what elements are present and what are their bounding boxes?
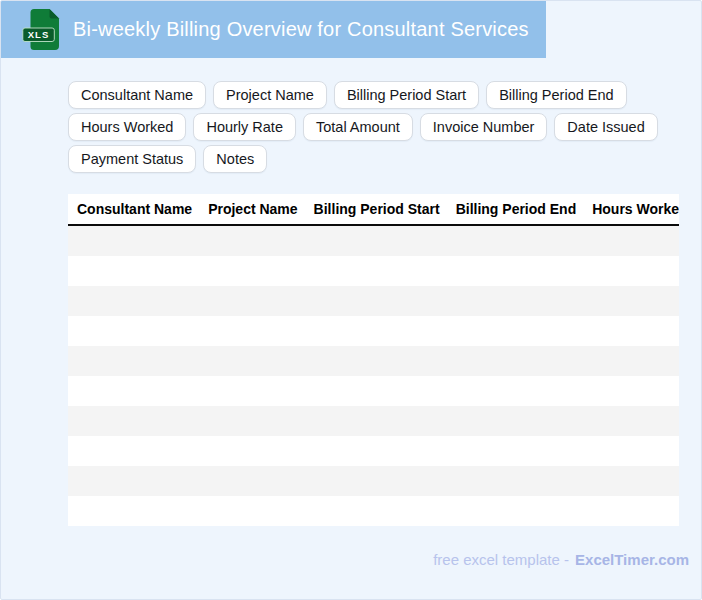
field-chip[interactable]: Total Amount [303, 113, 413, 141]
field-chip[interactable]: Payment Status [68, 145, 196, 173]
billing-table: Consultant NameProject NameBilling Perio… [68, 194, 679, 526]
xls-icon-label: XLS [28, 29, 49, 40]
column-header: Hours Worked [592, 201, 679, 217]
footer-text: free excel template - [433, 551, 569, 568]
table-body [68, 226, 679, 526]
page: XLS Bi-weekly Billing Overview for Consu… [0, 0, 702, 600]
table-row [68, 496, 679, 526]
xls-file-icon: XLS [22, 9, 60, 51]
table-header-row: Consultant NameProject NameBilling Perio… [68, 194, 679, 226]
field-chips: Consultant NameProject NameBilling Perio… [68, 81, 690, 173]
field-chip[interactable]: Notes [203, 145, 267, 173]
field-chip[interactable]: Date Issued [554, 113, 657, 141]
table-row [68, 436, 679, 466]
footer-brand-link[interactable]: ExcelTimer.com [575, 551, 689, 568]
column-header: Project Name [208, 201, 297, 217]
table-row [68, 346, 679, 376]
field-chip[interactable]: Billing Period End [486, 81, 626, 109]
table-row [68, 466, 679, 496]
field-chip[interactable]: Hours Worked [68, 113, 186, 141]
field-chip[interactable]: Hourly Rate [193, 113, 296, 141]
footer: free excel template -ExcelTimer.com [433, 551, 689, 568]
table-row [68, 376, 679, 406]
page-title: Bi-weekly Billing Overview for Consultan… [73, 18, 529, 41]
column-header: Billing Period Start [314, 201, 440, 217]
field-chip[interactable]: Project Name [213, 81, 327, 109]
field-chip[interactable]: Invoice Number [420, 113, 548, 141]
column-header: Billing Period End [456, 201, 577, 217]
table-row [68, 316, 679, 346]
field-chip[interactable]: Billing Period Start [334, 81, 479, 109]
table-row [68, 286, 679, 316]
field-chip[interactable]: Consultant Name [68, 81, 206, 109]
table-row [68, 226, 679, 256]
column-header: Consultant Name [77, 201, 192, 217]
table-row [68, 406, 679, 436]
table-row [68, 256, 679, 286]
header-banner: XLS Bi-weekly Billing Overview for Consu… [1, 1, 546, 58]
